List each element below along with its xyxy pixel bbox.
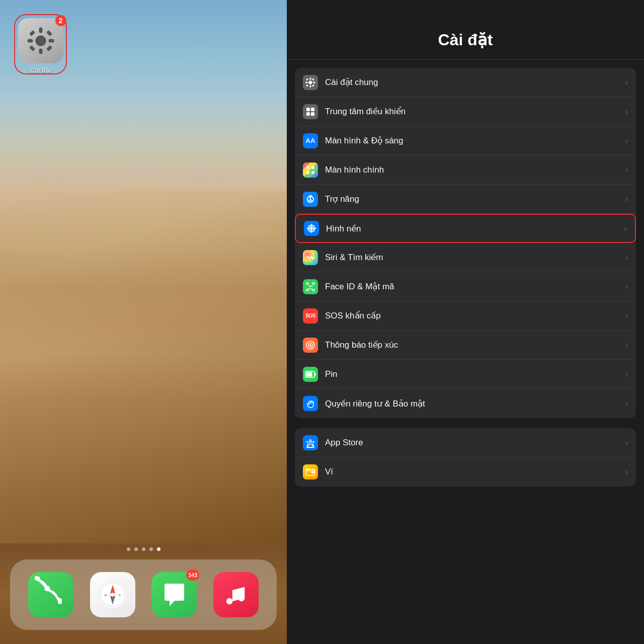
hand-privacy-icon — [305, 398, 315, 409]
svg-rect-27 — [312, 84, 314, 87]
phone-handset-icon — [28, 572, 53, 597]
wallet-icon — [303, 464, 318, 479]
settings-row-control-center[interactable]: Trung tâm điều khiển › — [295, 97, 636, 126]
contact-tracing-icon — [303, 338, 318, 353]
appstore-label: App Store — [325, 438, 621, 448]
chevron-icon: › — [625, 282, 628, 291]
settings-row-display[interactable]: AA Màn hình & Độ sáng › — [295, 126, 636, 155]
svg-point-45 — [313, 227, 316, 229]
chevron-icon: › — [625, 253, 628, 262]
settings-app-selected[interactable]: 2 Cài đặt — [14, 14, 67, 74]
sos-label: SOS khẩn cấp — [325, 310, 621, 321]
settings-row-siri[interactable]: Siri & Tìm kiếm › — [295, 243, 636, 272]
svg-rect-31 — [311, 112, 314, 116]
svg-rect-34 — [306, 171, 309, 174]
svg-rect-66 — [311, 471, 314, 473]
svg-rect-33 — [311, 166, 314, 169]
control-center-svg-icon — [305, 107, 315, 117]
privacy-icon — [303, 396, 318, 411]
settings-list: Cài đặt chung › Trung tâm điều khiển › — [287, 60, 644, 644]
wallpaper-label: Hình nền — [326, 223, 620, 234]
svg-rect-20 — [310, 77, 311, 79]
dock-messages-icon[interactable]: 343 — [151, 572, 197, 617]
contact-tracing-svg-icon — [305, 340, 315, 350]
svg-rect-8 — [46, 45, 52, 51]
svg-point-42 — [310, 224, 312, 227]
svg-rect-2 — [39, 49, 42, 54]
homescreen-label: Màn hình chính — [325, 165, 621, 175]
accessibility-icon — [303, 192, 318, 207]
svg-point-43 — [310, 230, 312, 233]
svg-rect-61 — [314, 373, 316, 376]
settings-row-wallet[interactable]: Ví › — [295, 457, 636, 487]
chevron-icon: › — [625, 78, 628, 87]
siri-label: Siri & Tìm kiếm — [325, 252, 621, 263]
faceid-label: Face ID & Mật mã — [325, 281, 621, 292]
svg-text:A: A — [309, 440, 312, 445]
settings-row-battery[interactable]: Pin › — [295, 360, 636, 389]
dock-phone-icon[interactable] — [28, 572, 73, 617]
svg-rect-24 — [306, 78, 308, 80]
svg-rect-26 — [306, 84, 308, 87]
chevron-icon: › — [625, 399, 628, 408]
gear-icon — [26, 26, 56, 56]
svg-rect-3 — [28, 39, 33, 42]
app-dock: N S W E 343 — [10, 559, 277, 630]
settings-row-sos[interactable]: SOS SOS khẩn cấp › — [295, 301, 636, 331]
settings-row-accessibility[interactable]: Trợ năng › — [295, 185, 636, 214]
svg-text:S: S — [112, 599, 114, 602]
grid-home-icon — [306, 166, 315, 175]
dock-safari-icon[interactable]: N S W E — [90, 572, 135, 617]
control-center-label: Trung tâm điều khiển — [325, 106, 621, 117]
siri-icon — [303, 250, 318, 265]
dock-music-icon[interactable] — [213, 572, 259, 617]
chevron-icon: › — [625, 341, 628, 350]
sos-text-icon: SOS — [305, 313, 315, 318]
settings-row-faceid[interactable]: Face ID & Mật mã › — [295, 272, 636, 301]
chevron-icon: › — [625, 370, 628, 379]
safari-compass-icon: N S W E — [98, 580, 128, 610]
chevron-icon: › — [624, 224, 627, 233]
page-indicator — [0, 547, 287, 551]
page-dot-2 — [134, 547, 138, 551]
page-dot-1 — [127, 547, 130, 551]
page-dot-4 — [149, 547, 153, 551]
svg-point-44 — [307, 227, 310, 229]
wallet-svg-icon — [305, 468, 315, 476]
svg-rect-1 — [39, 28, 42, 33]
settings-group-1: Cài đặt chung › Trung tâm điều khiển › — [295, 68, 636, 418]
svg-rect-51 — [312, 283, 314, 284]
settings-row-wallpaper[interactable]: Hình nền › — [295, 214, 636, 243]
music-note-icon — [223, 581, 249, 609]
settings-group-2: A App Store › Ví — [295, 428, 636, 487]
svg-rect-6 — [46, 30, 52, 36]
app-icon-label: Cài đặt — [30, 66, 51, 74]
contact-tracing-label: Thông báo tiếp xúc — [325, 340, 621, 350]
settings-row-homescreen[interactable]: Màn hình chính › — [295, 155, 636, 185]
chevron-icon: › — [625, 438, 628, 447]
page-dot-3 — [142, 547, 145, 551]
svg-point-41 — [310, 227, 313, 230]
messages-bubble-icon — [160, 581, 188, 609]
settings-row-general[interactable]: Cài đặt chung › — [295, 68, 636, 97]
messages-badge: 343 — [186, 570, 199, 581]
accessibility-person-icon — [305, 194, 315, 204]
settings-row-appstore[interactable]: A App Store › — [295, 428, 636, 457]
chevron-icon: › — [625, 195, 628, 204]
page-dot-5-active — [157, 547, 160, 551]
settings-row-contact-tracing[interactable]: Thông báo tiếp xúc › — [295, 331, 636, 360]
homescreen-icon — [303, 163, 318, 178]
svg-rect-35 — [311, 171, 314, 174]
faceid-icon — [303, 279, 318, 294]
svg-point-54 — [308, 285, 309, 286]
chevron-icon: › — [625, 467, 628, 476]
rock-texture-overlay — [0, 191, 287, 543]
display-icon: AA — [303, 133, 318, 148]
iphone-home-screen: 2 Cài đặt — [0, 0, 287, 644]
svg-rect-30 — [306, 112, 310, 116]
settings-row-privacy[interactable]: Quyền riêng tư & Bảo mật › — [295, 389, 636, 418]
settings-header: Cài đặt — [287, 0, 644, 60]
chevron-icon: › — [625, 136, 628, 145]
svg-point-55 — [311, 285, 312, 286]
gear-settings-icon — [305, 77, 315, 88]
